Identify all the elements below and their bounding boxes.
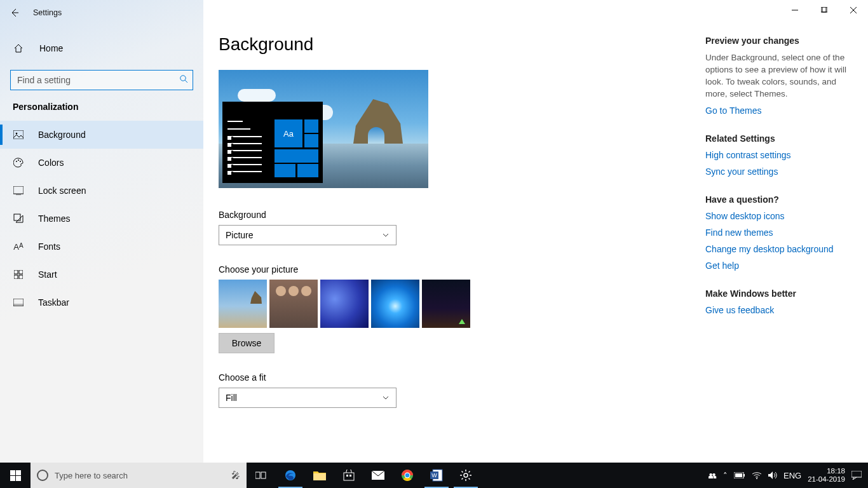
maximize-icon	[821, 7, 827, 13]
svg-rect-8	[13, 186, 24, 194]
store-icon	[343, 470, 355, 481]
clock-date: 21-04-2019	[808, 475, 845, 484]
choose-fit-label: Choose a fit	[219, 372, 700, 383]
taskbar-app-store[interactable]	[334, 463, 363, 488]
sidebar-item-start[interactable]: Start	[0, 261, 203, 288]
picture-thumb[interactable]	[422, 280, 470, 328]
get-help-link[interactable]: Get help	[705, 261, 853, 271]
main-content: Background Aa	[203, 0, 700, 463]
search-icon	[179, 74, 188, 83]
sidebar: Home Personalization Background Colors L…	[0, 0, 203, 463]
svg-point-28	[405, 473, 410, 478]
clock-time: 18:18	[808, 467, 845, 475]
category-header: Personalization	[0, 102, 203, 121]
fit-select[interactable]: Fill	[219, 388, 397, 408]
lock-screen-icon	[13, 186, 24, 195]
taskbar-search[interactable]: Type here to search 🎤︎	[31, 463, 247, 488]
task-view-icon	[255, 471, 267, 480]
svg-rect-9	[14, 214, 20, 220]
sidebar-item-themes[interactable]: Themes	[0, 205, 203, 233]
taskbar-app-settings[interactable]	[451, 463, 480, 488]
mic-icon[interactable]: 🎤︎	[231, 470, 240, 480]
start-button[interactable]	[0, 463, 31, 488]
svg-rect-19	[313, 473, 326, 480]
picture-thumb[interactable]	[320, 280, 369, 328]
battery-icon[interactable]	[734, 472, 745, 478]
taskbar-app-word[interactable]: W	[422, 463, 451, 488]
windows-logo-icon	[10, 470, 21, 481]
related-settings-head: Related Settings	[705, 133, 853, 144]
give-feedback-link[interactable]: Give us feedback	[705, 305, 853, 315]
high-contrast-link[interactable]: High contrast settings	[705, 150, 853, 160]
task-view-button[interactable]	[247, 463, 276, 488]
svg-rect-21	[346, 475, 348, 477]
taskbar: Type here to search 🎤︎ W 👥︎ ˄ ENG 18:18 …	[0, 463, 868, 488]
clock[interactable]: 18:18 21-04-2019	[808, 467, 845, 484]
show-desktop-icons-link[interactable]: Show desktop icons	[705, 211, 853, 221]
picture-thumb[interactable]	[371, 280, 419, 328]
svg-rect-20	[344, 473, 354, 480]
sidebar-item-lock-screen[interactable]: Lock screen	[0, 177, 203, 205]
volume-icon[interactable]	[768, 471, 777, 479]
nav-list: Background Colors Lock screen Themes AA …	[0, 121, 203, 316]
minimize-icon	[792, 7, 798, 13]
sidebar-item-label: Start	[38, 269, 57, 280]
edge-icon	[284, 469, 297, 482]
picture-thumbnails	[219, 280, 700, 328]
tray-chevron-icon[interactable]: ˄	[723, 471, 728, 480]
svg-point-5	[16, 161, 17, 162]
taskbar-app-mail[interactable]	[363, 463, 393, 488]
home-label: Home	[39, 43, 63, 53]
browse-button[interactable]: Browse	[219, 333, 275, 353]
home-nav[interactable]: Home	[0, 36, 203, 61]
picture-thumb[interactable]	[219, 280, 267, 328]
background-preview: Aa	[219, 70, 428, 188]
preview-start-mock: Aa	[222, 102, 323, 183]
taskbar-app-edge[interactable]	[276, 463, 305, 488]
preview-sample-text: Aa	[275, 119, 302, 147]
people-icon[interactable]: 👥︎	[709, 471, 717, 480]
sidebar-item-background[interactable]: Background	[0, 121, 203, 149]
taskbar-app-chrome[interactable]	[393, 463, 422, 488]
svg-rect-17	[261, 472, 266, 478]
svg-rect-35	[735, 473, 742, 477]
fonts-icon: AA	[13, 242, 24, 252]
svg-rect-22	[349, 475, 351, 477]
svg-rect-12	[14, 275, 18, 279]
change-background-link[interactable]: Change my desktop background	[705, 244, 853, 254]
go-to-themes-link[interactable]: Go to Themes	[705, 105, 853, 116]
find-new-themes-link[interactable]: Find new themes	[705, 227, 853, 238]
background-select[interactable]: Picture	[219, 225, 397, 245]
sidebar-item-label: Themes	[38, 214, 71, 224]
sidebar-item-label: Colors	[38, 158, 64, 168]
sidebar-item-taskbar[interactable]: Taskbar	[0, 288, 203, 316]
svg-rect-15	[13, 304, 24, 306]
language-indicator[interactable]: ENG	[783, 471, 801, 480]
have-question-head: Have a question?	[705, 194, 853, 205]
system-tray: 👥︎ ˄ ENG 18:18 21-04-2019	[702, 467, 868, 484]
sidebar-item-colors[interactable]: Colors	[0, 149, 203, 177]
title-bar: Settings	[0, 0, 868, 25]
close-button[interactable]	[839, 0, 868, 20]
svg-rect-13	[19, 275, 23, 279]
minimize-button[interactable]	[780, 0, 810, 20]
folder-icon	[313, 470, 326, 480]
maximize-button[interactable]	[810, 0, 839, 20]
search-input[interactable]	[10, 70, 193, 90]
preview-changes-body: Under Background, select one of the opti…	[705, 52, 853, 100]
svg-rect-37	[851, 471, 862, 477]
picture-icon	[13, 130, 24, 139]
start-icon	[13, 270, 24, 279]
arrow-left-icon	[10, 8, 20, 18]
chevron-down-icon	[382, 394, 390, 402]
back-button[interactable]	[0, 0, 29, 25]
action-center-icon[interactable]	[851, 471, 862, 480]
taskbar-app-explorer[interactable]	[305, 463, 334, 488]
picture-thumb[interactable]	[269, 280, 318, 328]
taskbar-icon	[13, 299, 24, 306]
sync-settings-link[interactable]: Sync your settings	[705, 166, 853, 177]
sidebar-item-fonts[interactable]: AA Fonts	[0, 233, 203, 261]
wifi-icon[interactable]	[752, 471, 762, 479]
svg-point-32	[464, 473, 468, 477]
close-icon	[850, 7, 857, 13]
